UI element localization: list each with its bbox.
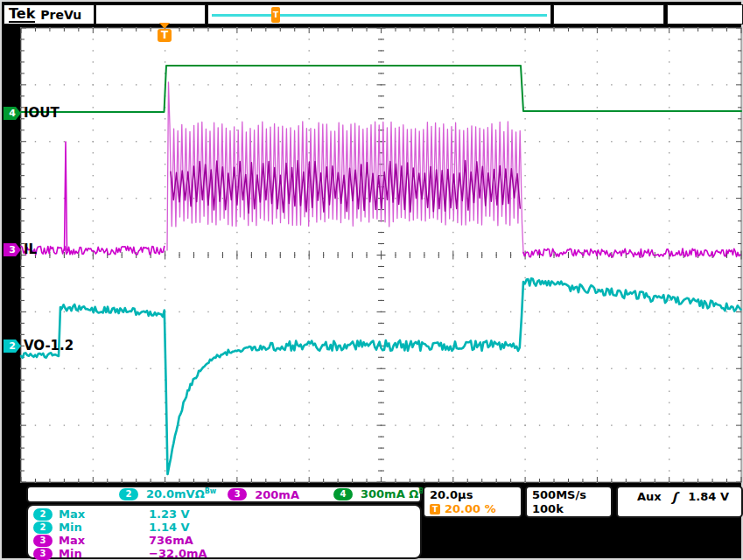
sample-rate: 500MS/s — [532, 488, 606, 502]
acquisition-status: PreVu — [40, 8, 81, 22]
measurement-value: −32.0mA — [149, 547, 207, 560]
tek-status-box: Tek PreVu — [4, 4, 95, 24]
channel-readout-bar[interactable]: 2 20.0mVΩBw 3 200mA 4 300mA ΩBw — [26, 486, 422, 503]
record-view-bar[interactable]: T — [207, 4, 551, 24]
acquisition-readout[interactable]: 500MS/s 100k points — [525, 486, 613, 518]
top-bar-box-right-2 — [667, 4, 743, 24]
measurement-name: Max — [59, 534, 109, 547]
channel-2-badge: 2 — [33, 508, 53, 521]
channel-4-scale: 300mA ΩBw — [361, 487, 431, 500]
bandwidth-limit-icon: Bw — [205, 487, 217, 495]
measurement-value: 736mA — [149, 534, 193, 547]
tek-logo: Tek — [9, 6, 35, 23]
top-bar-spacer-box — [95, 4, 206, 24]
channel-2-trace-label: VO-1.2 — [24, 338, 74, 354]
channel-3-trace-label: IL — [24, 242, 37, 257]
channel-2-badge[interactable]: 2 — [119, 488, 138, 500]
trigger-position-arrow-icon — [159, 23, 170, 29]
channel-3-badge: 3 — [33, 548, 53, 560]
measurement-row: 3 Min −32.0mA — [33, 547, 415, 560]
trigger-level: 1.84 V — [688, 490, 729, 504]
graticule-waveform-area — [2, 2, 743, 560]
timebase-scale: 20.0µs — [430, 488, 515, 502]
timebase-readout[interactable]: 20.0µs T 20.00 % — [423, 486, 522, 518]
record-view-line — [212, 14, 547, 17]
measurements-panel: 2 Max 1.23 V 2 Min 1.14 V 3 Max 736mA 3 … — [26, 504, 422, 559]
top-bar-box-right-1 — [553, 4, 664, 24]
oscilloscope-screen: Tek PreVu T T 4 IOUT 3 IL 2 VO-1.2 2 20.… — [0, 0, 743, 560]
measurement-value: 1.14 V — [149, 521, 190, 534]
channel-3-badge[interactable]: 3 — [228, 488, 247, 500]
channel-4-trace-label: IOUT — [24, 105, 60, 121]
measurement-row: 2 Min 1.14 V — [33, 521, 415, 534]
channel-3-scale: 200mA — [255, 488, 299, 501]
trigger-position-percent: 20.00 % — [445, 502, 496, 516]
record-view-trigger-icon[interactable]: T — [271, 7, 280, 23]
measurement-row: 2 Max 1.23 V — [33, 508, 415, 521]
rising-edge-icon: ʃ — [672, 490, 677, 504]
trigger-source: Aux — [637, 490, 662, 504]
channel-2-badge: 2 — [33, 522, 53, 534]
trigger-position-marker[interactable]: T — [158, 29, 172, 42]
channel-3-badge: 3 — [33, 535, 53, 547]
measurement-name: Min — [59, 521, 109, 534]
channel-4-badge[interactable]: 4 — [333, 488, 353, 500]
trigger-t-icon: T — [430, 504, 440, 514]
trigger-readout[interactable]: Aux ʃ 1.84 V — [616, 486, 743, 518]
measurement-name: Min — [59, 547, 109, 560]
measurement-value: 1.23 V — [149, 508, 190, 521]
measurement-row: 3 Max 736mA — [33, 534, 415, 547]
measurement-name: Max — [59, 508, 109, 521]
channel-2-scale: 20.0mVΩBw — [146, 487, 216, 500]
record-length: 100k points — [532, 502, 606, 530]
